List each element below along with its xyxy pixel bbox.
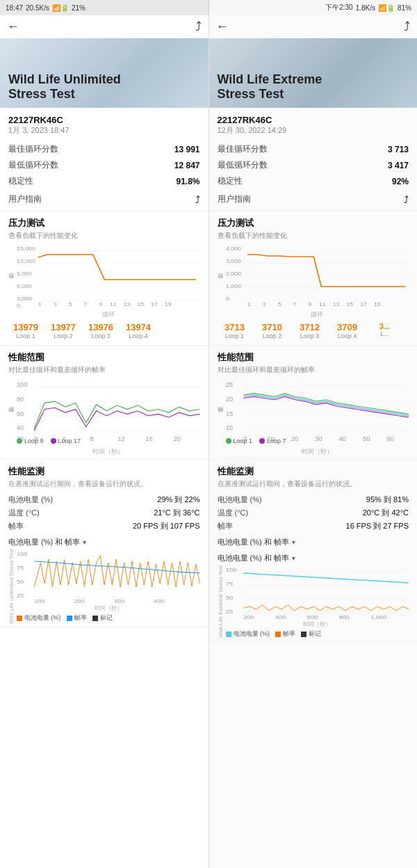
info-section-left: 22127RK46C 1月 3, 2023 18:47 最佳循环分数 13 99… (0, 108, 208, 211)
stat-row-1-right: 最低循环分数 3 417 (218, 157, 409, 173)
pressure-chart-inner-right: 4,000 3,000 2,000 1,000 0 (226, 245, 409, 322)
loop-val-2-right: 3712 (300, 322, 320, 332)
svg-text:5: 5 (69, 300, 72, 307)
back-button-right[interactable]: ← (216, 19, 229, 34)
svg-text:7: 7 (84, 300, 88, 307)
network-right: 1.8K/s (356, 4, 375, 12)
network-left: 20.5K/s (26, 4, 49, 12)
pressure-section-right: 压力测试 查看负载下的性能变化 分数 4,000 3,000 2,000 1,0… (209, 211, 418, 346)
time-left: 18:47 (6, 4, 23, 12)
svg-text:25: 25 (226, 381, 233, 388)
svg-text:3: 3 (262, 300, 265, 307)
dropdown-label-left: 电池电量 (%) 和 帧率 (8, 537, 80, 547)
pressure-title-left: 压力测试 (8, 217, 200, 230)
share-guide-icon-right[interactable]: ⤴ (404, 194, 409, 205)
dropdown-left[interactable]: 电池电量 (%) 和 帧率 ▾ (8, 533, 200, 549)
back-button-left[interactable]: ← (7, 19, 19, 34)
stat-row-2-left: 稳定性 91.8% (8, 173, 200, 189)
svg-text:3,000: 3,000 (17, 295, 32, 302)
svg-text:0: 0 (17, 302, 20, 307)
svg-text:10: 10 (267, 435, 274, 442)
left-panel: ← ⤴ Wild Life UnlimitedStress Test 22127… (0, 15, 209, 868)
monitor-value-1-left: 21°C 到 36°C (154, 508, 199, 518)
stat-row-0-right: 最佳循环分数 3 713 (218, 141, 409, 157)
svg-text:0: 0 (243, 435, 247, 442)
tl-legend-2-left: 标记 (92, 613, 113, 622)
svg-text:15: 15 (346, 300, 353, 307)
svg-text:0: 0 (34, 435, 38, 442)
share-button-right[interactable]: ⤴ (404, 19, 410, 34)
stat-value-0-right: 3 713 (388, 145, 409, 154)
svg-text:80: 80 (17, 396, 24, 403)
monitor-label-1-left: 温度 (°C) (8, 508, 40, 518)
tl-lbl-2-right: 标记 (309, 629, 321, 638)
tl-dot-1-right (275, 632, 281, 637)
tl-lbl-1-left: 帧率 (74, 613, 87, 622)
loop-score-2-right: 3712 Loop 3 (293, 322, 327, 339)
pressure-subtitle-left: 查看负载下的性能变化 (8, 231, 200, 241)
status-bar-right: 下午2:30 1.8K/s 📶🔋 81% (209, 0, 418, 15)
stat-value-1-left: 12 847 (174, 161, 200, 170)
monitor-label-0-left: 电池电量 (%) (8, 495, 53, 505)
svg-text:11: 11 (318, 300, 325, 307)
monitor-row-1-left: 温度 (°C) 21°C 到 36°C (8, 506, 200, 520)
stat-row-1-left: 最低循环分数 12 847 (8, 157, 200, 173)
panels: ← ⤴ Wild Life UnlimitedStress Test 22127… (0, 15, 417, 868)
hero-right: Wild Life ExtremeStress Test (209, 38, 418, 108)
loop-score-1-right: 3710 Loop 2 (255, 322, 290, 339)
svg-text:4: 4 (62, 435, 65, 442)
perf-chart-right: 25 20 15 10 (226, 379, 409, 435)
icons-right: 📶🔋 (378, 4, 395, 12)
perf-x-label-left: 时间（秒） (17, 447, 200, 456)
svg-text:300: 300 (114, 598, 125, 604)
dropdown2-right[interactable]: 电池电量 (%) 和 帧率 ▾ (218, 549, 409, 565)
stat-value-2-left: 91.8% (176, 177, 199, 186)
tl-lbl-0-left: 电池电量 (%) (24, 613, 61, 622)
svg-text:25: 25 (226, 609, 233, 615)
pressure-chart-right: 4,000 3,000 2,000 1,000 0 (226, 245, 409, 307)
perf-title-left: 性能范围 (8, 351, 200, 364)
svg-text:10: 10 (226, 424, 233, 431)
svg-text:9: 9 (308, 300, 311, 307)
svg-text:7: 7 (293, 300, 296, 307)
svg-text:100: 100 (226, 567, 237, 573)
timeline-x-label-right: 时间（秒） (226, 620, 409, 628)
pressure-chart-left: 15,000 12,000 9,000 6,000 3,000 0 (17, 245, 200, 307)
dropdown-arrow-left: ▾ (83, 538, 86, 546)
device-date-right: 12月 30, 2022 14:29 (218, 125, 409, 136)
dropdown1-right[interactable]: 电池电量 (%) 和 帧率 ▾ (218, 533, 409, 549)
perf-y-title-left: 帧率 (8, 379, 17, 456)
monitor-value-2-right: 16 FPS 到 27 FPS (346, 521, 409, 531)
loop-score-1-left: 13977 Loop 2 (46, 322, 81, 339)
battery-left: 21% (72, 4, 85, 12)
tl-dot-0-left (17, 616, 22, 621)
timeline-y-title-right: Wild Life Extreme Stress Test (218, 565, 226, 638)
pressure-chart-inner-left: 15,000 12,000 9,000 6,000 3,000 0 (17, 245, 200, 322)
monitor-subtitle-left: 在基准测试运行期间，查看设备运行的状况。 (8, 479, 200, 489)
svg-text:20: 20 (226, 396, 233, 403)
perf-chart-inner-left: 100 80 60 40 20 (17, 379, 200, 456)
svg-text:50: 50 (226, 595, 233, 601)
dropdown2-arrow-right: ▾ (292, 554, 295, 562)
svg-text:13: 13 (332, 300, 339, 307)
icons-left: 📶🔋 (52, 4, 69, 12)
svg-text:400: 400 (275, 614, 286, 620)
svg-text:19: 19 (373, 300, 380, 307)
tl-legend-2-right: 标记 (301, 629, 321, 638)
status-bars: 18:47 20.5K/s 📶🔋 21% 下午2:30 1.8K/s 📶🔋 81… (0, 0, 417, 15)
loop-lbl-3-left: Loop 4 (129, 332, 148, 339)
loop-val-1-right: 3710 (262, 322, 282, 332)
timeline-x-label-left: 时间（秒） (17, 604, 200, 612)
pressure-chart-wrapper-right: 分数 4,000 3,000 2,000 1,000 0 (218, 245, 409, 322)
svg-text:2,000: 2,000 (226, 270, 241, 277)
tl-dot-1-left (67, 616, 72, 621)
svg-text:4,000: 4,000 (226, 245, 241, 252)
monitor-value-0-right: 95% 到 81% (366, 495, 409, 505)
share-guide-icon-left[interactable]: ⤴ (195, 194, 200, 205)
hero-title-right: Wild Life ExtremeStress Test (218, 72, 322, 102)
share-button-left[interactable]: ⤴ (195, 19, 202, 34)
device-id-right: 22127RK46C (218, 115, 409, 125)
svg-text:60: 60 (386, 435, 393, 442)
loop-lbl-1-right: Loop 2 (263, 332, 282, 339)
perf-section-right: 性能范围 对比最佳循环和最差循环的帧率 帧率 25 20 15 10 (209, 346, 418, 460)
